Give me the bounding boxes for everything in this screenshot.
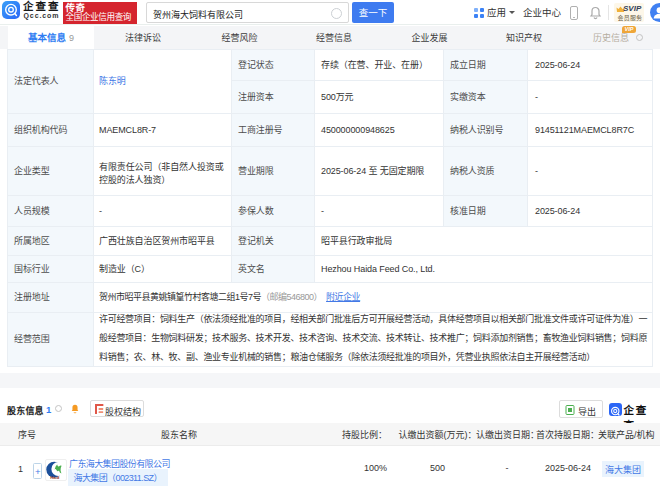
svg-text:Haid: Haid bbox=[50, 475, 60, 480]
